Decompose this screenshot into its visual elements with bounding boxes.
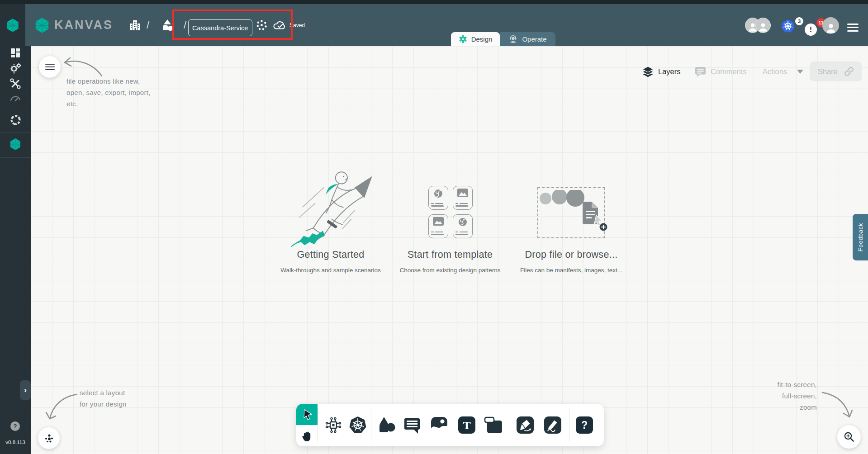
sidebar-item-kanvas[interactable] (0, 138, 31, 151)
kanvas-app: KANVAS / / (0, 0, 868, 454)
org-button[interactable] (129, 4, 141, 46)
image-icon (457, 189, 468, 198)
select-tool-button[interactable] (296, 404, 318, 425)
sidebar-item-insights[interactable] (0, 114, 31, 126)
person-icon (825, 21, 837, 34)
share-button[interactable]: Share (810, 61, 862, 81)
layout-selector-button[interactable] (38, 427, 60, 449)
template-preview-grid[interactable] (428, 186, 473, 238)
template-card (428, 214, 448, 238)
file-menu-button[interactable] (39, 56, 61, 78)
image-tool-button[interactable] (429, 404, 449, 446)
toolbar-help-button[interactable]: ? (574, 404, 594, 446)
image-tool-icon (430, 416, 448, 434)
actions-label: Actions (763, 67, 787, 76)
brand-name: KANVAS (54, 18, 113, 32)
freehand-tool-button[interactable] (543, 404, 563, 446)
drop-file-title[interactable]: Drop file or browse... (499, 249, 644, 260)
collaborator-avatar-2[interactable] (755, 18, 771, 33)
header-menu-button[interactable] (847, 21, 859, 33)
tab-design[interactable]: Design (451, 32, 500, 46)
comments-toggle[interactable]: Comments (695, 61, 747, 81)
layout-graph-icon (43, 433, 54, 444)
section-tool-icon (484, 416, 503, 434)
annotation-zoom-controls: fit-to-screen, full-screen, zoom (745, 379, 817, 413)
breadcrumb-separator-2: / (184, 4, 186, 46)
annotation-arrow-layout (44, 390, 80, 425)
template-card (453, 214, 473, 238)
shapes-tool-button[interactable] (377, 404, 397, 446)
toolbar-divider (569, 408, 569, 442)
sidebar-expand-button[interactable]: › (20, 380, 31, 400)
menu-icon (45, 62, 55, 71)
pen-tool-icon (517, 416, 534, 434)
collaborator-avatars[interactable] (745, 4, 771, 46)
cloud-saved-icon (273, 19, 288, 31)
zoom-in-icon (843, 431, 855, 443)
toolbar-divider (371, 408, 371, 442)
gauge-icon (9, 93, 21, 104)
kanvas-hexagon-icon (9, 138, 21, 151)
template-card (453, 186, 473, 210)
tab-operate-label: Operate (522, 35, 546, 43)
sidebar-item-dashboard[interactable] (0, 47, 31, 58)
dashboard-icon (10, 47, 21, 58)
annotation-file-operations: file operations like new, open, save, ex… (66, 76, 184, 109)
person-icon (757, 21, 769, 33)
sidebar-divider (0, 132, 31, 132)
gears-icon (9, 62, 22, 74)
user-avatar[interactable] (822, 17, 839, 34)
kubernetes-context-button[interactable]: 3 (781, 19, 802, 37)
app-version: v0.8.113 (0, 440, 31, 445)
kanvas-logo-icon (34, 17, 50, 33)
pen-tool-button[interactable] (515, 404, 535, 446)
feedback-label: Feedback (857, 223, 864, 251)
kubernetes-tool-button[interactable] (348, 404, 368, 446)
brand[interactable]: KANVAS (34, 4, 113, 46)
save-status-button[interactable] (273, 4, 288, 46)
sidebar-item-configuration[interactable] (0, 78, 31, 90)
text-tool-icon: T (458, 416, 475, 434)
toolbar-help-icon: ? (576, 416, 593, 434)
help-button[interactable]: ? (10, 421, 20, 431)
designs-button[interactable] (160, 4, 175, 46)
design-name-input[interactable] (188, 19, 252, 36)
chart-doughnut-icon (9, 114, 22, 126)
pan-tool-button[interactable] (296, 425, 318, 446)
swirl-icon (458, 217, 468, 227)
visibility-button[interactable] (256, 4, 268, 46)
sidebar-logo-block[interactable] (0, 4, 25, 46)
operator-icon (508, 34, 518, 44)
bottom-toolbar: T (296, 404, 604, 446)
layers-toggle[interactable]: Layers (642, 61, 681, 81)
tab-operate[interactable]: Operate (500, 32, 555, 46)
components-tool-button[interactable] (323, 404, 343, 446)
sidebar-item-lifecycle[interactable] (0, 62, 31, 74)
rocket-doodle-illustration[interactable] (289, 168, 373, 247)
breadcrumb-separator-1: / (147, 4, 149, 46)
design-swirl-icon (459, 35, 467, 43)
layers-label: Layers (658, 67, 681, 76)
comments-icon (695, 66, 706, 77)
section-tool-button[interactable] (484, 404, 503, 446)
drop-file-subtitle: Files can be manifests, images, text... (494, 267, 648, 274)
kubernetes-icon (781, 19, 795, 33)
zoom-controls-button[interactable] (837, 425, 861, 449)
sidebar-item-performance[interactable] (0, 93, 31, 104)
notifications-button[interactable]: ! 11 (805, 21, 825, 38)
chevron-right-icon: › (24, 386, 27, 395)
feedback-tab[interactable]: Feedback (853, 214, 868, 260)
saved-status-label: Saved (289, 4, 305, 46)
text-tool-button[interactable]: T (457, 404, 477, 446)
kanvas-hexagon-icon (6, 18, 19, 33)
kubernetes-wheel-icon (348, 416, 367, 435)
comment-tool-button[interactable] (402, 404, 422, 446)
comments-label: Comments (711, 67, 747, 76)
hand-icon (301, 430, 313, 442)
drop-file-illustration (538, 190, 611, 235)
actions-dropdown[interactable]: Actions (763, 61, 803, 81)
integration-chip-icon (325, 416, 342, 434)
window-chrome-strip (0, 0, 868, 4)
toolbar-divider (318, 408, 318, 442)
help-icon: ? (14, 423, 17, 430)
